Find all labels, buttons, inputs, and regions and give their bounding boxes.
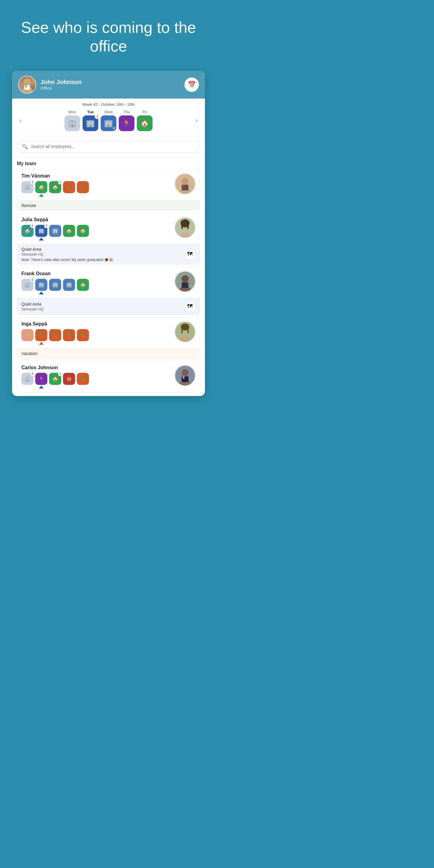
status-text-julia: Quiet Area [22,247,113,252]
home-icon: 🏠 [52,184,58,190]
employee-card-carlos: Carlos Johnson 🏢 ℹ 🏃 🏠 [17,361,200,393]
palm-icon: 🌴 [66,184,72,190]
status-note-julia: Note: There's cake after lunch! My siste… [22,258,113,262]
hero-title: See who is coming to the office [12,18,205,56]
day-label-mon: Mon [68,110,76,114]
inga-day2-icon[interactable]: 🌴 [35,329,47,341]
week-nav: Week 42 - October 14th - 18th ‹ Mon 🏢 Tu… [12,98,205,136]
home-icon: 🏠 [80,282,86,287]
carlos-day4-icon[interactable]: ⊖ [63,373,75,385]
julia-day1-icon[interactable]: 🏠 ℹ [22,225,33,237]
employee-avatar-tim[interactable] [175,173,195,194]
carlos-day2-icon[interactable]: 🏃 [35,373,47,385]
frank-day1-icon[interactable]: 🏢 ℹ [22,279,33,291]
calendar-icon: 📅 [188,81,196,89]
employee-main-tim: Tim Vänman 🏢 ℹ 🏠 🏠 [17,170,200,200]
employee-main-carlos: Carlos Johnson 🏢 ℹ 🏃 🏠 [17,361,200,392]
svg-rect-2 [24,85,30,90]
hero-section: See who is coming to the office [0,0,217,65]
inga-day1-icon[interactable]: 🌴 [22,329,33,341]
julia-day5-icon[interactable]: 🏠 [77,225,89,237]
search-input[interactable] [31,144,195,149]
schedule-icons-tim: 🏢 ℹ 🏠 🏠 ℹ 🌴 [22,181,172,193]
inga-day4-icon[interactable]: 🌴 [63,329,75,341]
employee-avatar-carlos[interactable] [175,365,195,386]
info-dot: ℹ [30,224,34,228]
day-label-fri: Fri [142,110,147,114]
status-sub-julia: Steerpath HQ [22,252,113,256]
map-button-frank[interactable]: 🗺 [184,301,195,312]
status-bar-frank: Quiet Area Steerpath HQ 🗺 [17,298,200,315]
palm-icon: 🌴 [80,332,86,338]
inga-day5-icon[interactable]: 🌴 [77,329,89,341]
palm-icon: 🌴 [52,332,58,338]
day-icon-mon[interactable]: 🏢 [64,116,80,131]
next-week-button[interactable]: › [193,116,200,125]
search-icon: 🔍 [22,144,28,150]
carlos-day3-icon[interactable]: 🏠 ℹ [49,373,61,385]
svg-rect-31 [183,376,184,379]
employee-name-julia: Julia Seppä [22,217,172,222]
status-bar-inga: Vacation [17,348,200,358]
carlos-day1-icon[interactable]: 🏢 ℹ [22,373,33,385]
employee-left-tim: Tim Vänman 🏢 ℹ 🏠 🏠 [22,173,172,197]
office-icon: 🏢 [24,376,30,381]
office-icon: 🏢 [24,184,30,190]
employee-main-frank: Frank Ocean 🏢 ℹ 🏢 🏢 [17,267,200,298]
selection-indicator-julia [39,238,44,241]
map-icon: 🗺 [187,303,193,310]
calendar-button[interactable]: 📅 [184,78,199,92]
status-sub-frank: Steerpath HQ [22,307,43,311]
tim-day1-icon[interactable]: 🏢 ℹ [22,181,33,193]
day-col-tue: Tue 🏢 ℹ [83,110,98,131]
frank-day3-icon[interactable]: 🏢 [49,279,61,291]
search-section: 🔍 [12,136,205,157]
svg-rect-26 [187,327,189,333]
frank-day2-icon[interactable]: 🏢 [35,279,47,291]
julia-day3-icon[interactable]: 🏢 [49,225,61,237]
frank-day4-icon[interactable]: 🏢 [63,279,75,291]
tim-day2-icon[interactable]: 🏠 [35,181,47,193]
svg-rect-7 [182,185,189,190]
tim-day5-icon[interactable]: 🌴 [77,181,89,193]
prev-week-button[interactable]: ‹ [17,116,24,125]
tim-day4-icon[interactable]: 🌴 [63,181,75,193]
svg-point-32 [182,369,188,375]
employee-card-inga: Inga Seppä 🌴 🌴 🌴 [17,317,200,359]
selection-indicator-frank [39,291,44,294]
day-icon-thu[interactable]: 🏃 [119,116,134,131]
selection-indicator-carlos [39,385,44,389]
map-button-julia[interactable]: 🗺 [184,249,195,260]
julia-day4-icon[interactable]: 🏠 [63,225,75,237]
tim-day3-icon[interactable]: 🏠 ℹ [49,181,61,193]
julia-day2-icon[interactable]: 🏢 ℹ [35,225,47,237]
user-avatar [18,76,36,94]
office-icon: 🏢 [24,282,30,287]
info-dot: ℹ [58,372,62,376]
employee-left-inga: Inga Seppä 🌴 🌴 🌴 [22,321,172,345]
day-label-thu: Thu [123,110,130,114]
status-info-julia: Quiet Area Steerpath HQ Note: There's ca… [22,247,113,262]
profile-info: John Johnson Office [18,76,82,94]
carlos-day5-icon[interactable]: 🌴 [77,373,89,385]
app-card: John Johnson Office 📅 Week 42 - October … [12,71,205,396]
home-icon: 🏠 [52,376,58,381]
days-row: ‹ Mon 🏢 Tue 🏢 ℹ [17,110,200,131]
day-icon-tue[interactable]: 🏢 ℹ [83,116,98,131]
employee-avatar-frank[interactable] [175,271,195,292]
day-icon-wed[interactable]: 🏢 P [101,116,116,131]
employee-avatar-inga[interactable] [175,321,195,342]
inga-day3-icon[interactable]: 🌴 [49,329,61,341]
day-label-wed: Wed [104,110,113,114]
schedule-icons-carlos: 🏢 ℹ 🏃 🏠 ℹ ⊖ [22,373,172,385]
user-name: John Johnson [40,79,82,86]
frank-day5-icon[interactable]: 🏠 [77,279,89,291]
employee-avatar-julia[interactable] [175,217,195,238]
office-icon: 🏢 [104,119,113,127]
svg-point-0 [24,79,30,85]
status-info-frank: Quiet Area Steerpath HQ [22,302,43,311]
day-icon-fri[interactable]: 🏠 [137,116,153,131]
status-text-tim: Remote [22,203,36,208]
palm-icon: 🌴 [38,332,44,338]
day-col-fri: Fri 🏠 [137,110,153,131]
